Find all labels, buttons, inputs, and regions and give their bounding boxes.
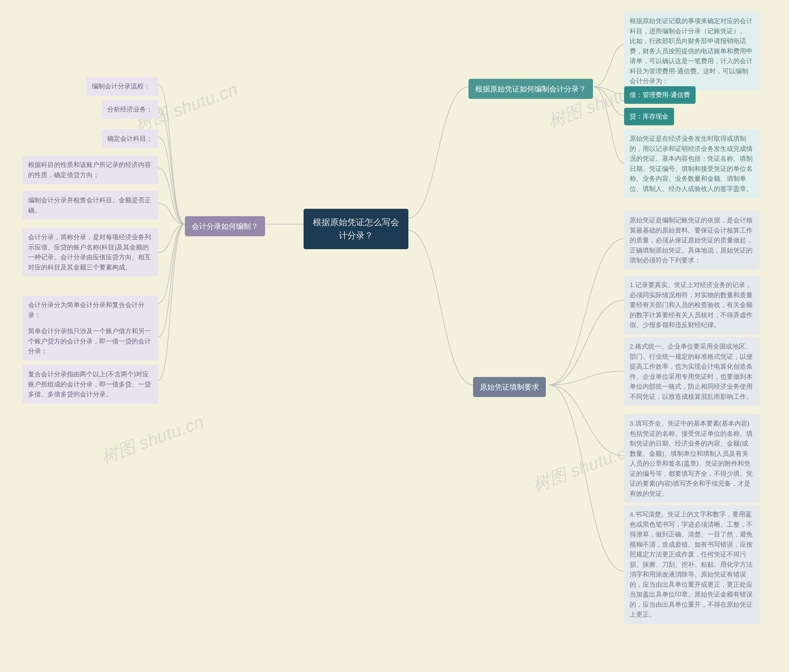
mindmap-canvas: 树图 shutu.cn 树图 shutu.cn 树图 shutu.cn 树图 s… (0, 0, 789, 672)
leaf-left-6[interactable]: 会计分录分为简单会计分录和复合会计分录： (22, 296, 158, 324)
leaf-rtop-0[interactable]: 根据原始凭证记载的事项来确定对应的会计科目，进而编制会计分录（记账凭证）。 比如… (624, 12, 760, 91)
branch-original-voucher-requirements[interactable]: 原始凭证填制要求 (473, 377, 546, 397)
branch-how-to-compile[interactable]: 会计分录如何编制？ (185, 216, 265, 236)
leaf-rtop-3[interactable]: 原始凭证是在经济业务发生时取得或填制的，用以记录和证明经济业务发生或完成情况的凭… (624, 129, 760, 198)
leaf-rbot-4[interactable]: 4.书写清楚。凭证上的文字和数字，要用蓝色或黑色笔书写，字迹必须清晰、工整，不得… (624, 505, 760, 624)
leaf-rtop-1-debit[interactable]: 借：管理费用-通信费 (624, 86, 696, 104)
leaf-left-0[interactable]: 编制会计分录流程： (86, 77, 158, 96)
leaf-left-7[interactable]: 简单会计分录指只涉及一个账户借方和另一个账户贷方的会计分录，即一借一贷的会计分录… (22, 322, 158, 361)
leaf-left-2[interactable]: 确定会计科目； (102, 129, 158, 148)
leaf-rbot-3[interactable]: 3.填写齐全。凭证中的基本要素(基本内容)包括凭证的名称、接受凭证单位的名称、填… (624, 414, 760, 503)
leaf-rbot-1[interactable]: 1.记录要真实。凭证上对经济业务的记录，必须同实际情况相符，对实物的数量和质量要… (624, 275, 760, 334)
branch-from-original-voucher[interactable]: 根据原始凭证如何编制会计分录？ (468, 79, 593, 99)
watermark: 树图 shutu.cn (530, 438, 639, 497)
leaf-left-8[interactable]: 复合会计分录指由两个以上(不含两个)对应账户所组成的会计分录，即一借多贷、一贷多… (22, 365, 158, 404)
leaf-rbot-2[interactable]: 2.格式统一。企业单位要采用全国或地区、部门、行业统一规定的标准格式凭证，以便提… (624, 337, 760, 406)
root-node[interactable]: 根据原始凭证怎么写会计分录？ (303, 209, 408, 249)
watermark: 树图 shutu.cn (98, 410, 208, 469)
leaf-left-5[interactable]: 会计分录，简称分录，是对每项经济业务列示应借、应贷的账户名称(科目)及其金额的一… (22, 228, 158, 277)
leaf-rbot-0[interactable]: 原始凭证是编制记账凭证的依据，是会计核算最基础的原始资料。要保证会计核算工作的质… (624, 211, 760, 270)
leaf-left-4[interactable]: 编制会计分录并检查会计科目、金额是否正确。 (22, 191, 158, 220)
leaf-left-3[interactable]: 根据科目的性质和该账户所记录的经济内容的性质，确定借贷方向； (22, 156, 158, 184)
leaf-left-1[interactable]: 分析经济业务； (102, 100, 158, 119)
leaf-rtop-2-credit[interactable]: 贷：库存现金 (624, 108, 674, 125)
